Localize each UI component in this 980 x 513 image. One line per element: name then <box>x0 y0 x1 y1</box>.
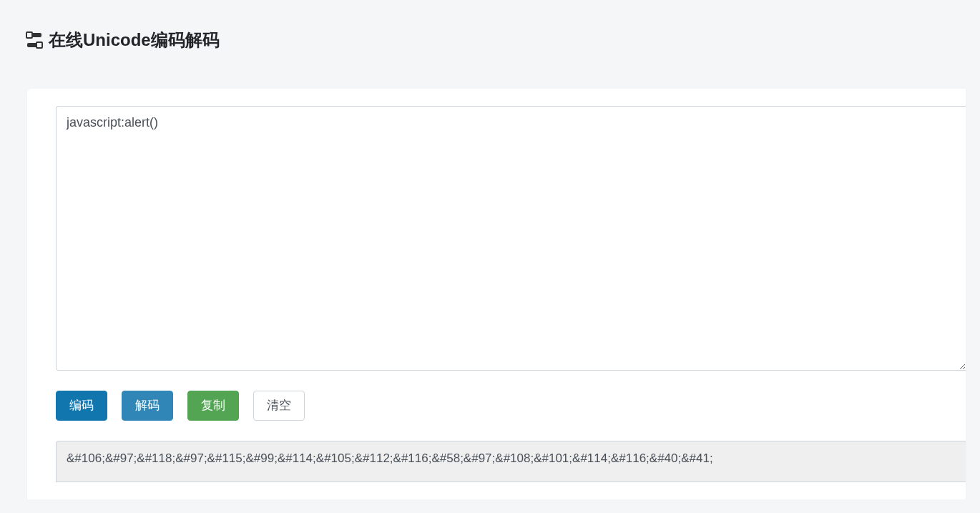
decode-button[interactable]: 解码 <box>122 391 173 421</box>
tool-icon <box>27 33 41 47</box>
encode-button[interactable]: 编码 <box>56 391 107 421</box>
clear-button[interactable]: 清空 <box>253 391 305 421</box>
page-title: 在线Unicode编码解码 <box>49 29 220 52</box>
page-container: 在线Unicode编码解码 编码 解码 复制 清空 &#106;&#97;&#1… <box>0 0 980 499</box>
tool-card: 编码 解码 复制 清空 &#106;&#97;&#118;&#97;&#115;… <box>27 89 966 499</box>
copy-button[interactable]: 复制 <box>187 391 239 421</box>
output-area[interactable]: &#106;&#97;&#118;&#97;&#115;&#99;&#114;&… <box>56 441 966 482</box>
button-row: 编码 解码 复制 清空 <box>56 391 966 421</box>
input-textarea[interactable] <box>56 106 966 371</box>
page-header: 在线Unicode编码解码 <box>27 29 966 52</box>
